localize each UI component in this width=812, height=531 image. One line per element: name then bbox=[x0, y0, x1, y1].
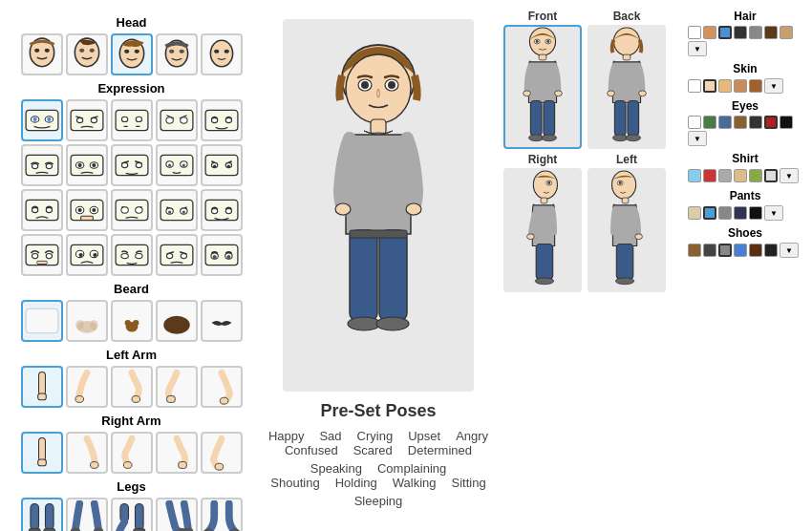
shirt-swatch-3[interactable] bbox=[718, 169, 732, 182]
left-view-box[interactable] bbox=[588, 168, 666, 292]
hair-swatch-5[interactable] bbox=[749, 26, 762, 39]
shoes-swatch-6[interactable] bbox=[764, 244, 778, 257]
right-arm-3[interactable] bbox=[111, 432, 153, 474]
beard-none[interactable] bbox=[21, 300, 63, 342]
expr-11[interactable] bbox=[21, 189, 63, 231]
hair-swatch-7[interactable] bbox=[780, 26, 793, 39]
head-option-4[interactable] bbox=[156, 33, 198, 75]
skin-dropdown[interactable]: ▼ bbox=[764, 78, 783, 94]
pose-shouting[interactable]: Shouting bbox=[270, 476, 319, 490]
pants-swatch-1[interactable] bbox=[688, 206, 701, 220]
expr-4[interactable] bbox=[156, 99, 198, 141]
head-option-5[interactable] bbox=[201, 33, 243, 75]
pants-dropdown[interactable]: ▼ bbox=[764, 205, 783, 221]
eyes-swatch-5[interactable] bbox=[749, 116, 762, 129]
pose-confused[interactable]: Confused bbox=[285, 443, 338, 457]
pants-swatch-2[interactable] bbox=[703, 206, 716, 220]
eyes-swatch-6[interactable] bbox=[764, 116, 778, 129]
shirt-swatch-1[interactable] bbox=[688, 169, 701, 182]
pose-sad[interactable]: Sad bbox=[319, 429, 341, 443]
expr-7[interactable] bbox=[66, 144, 108, 186]
eyes-swatch-1[interactable] bbox=[688, 116, 701, 129]
right-view-box[interactable] bbox=[503, 168, 582, 292]
expr-6[interactable] bbox=[21, 144, 63, 186]
beard-goatee[interactable] bbox=[111, 300, 153, 342]
hair-swatch-4[interactable] bbox=[734, 26, 747, 39]
shoes-swatch-5[interactable] bbox=[749, 244, 762, 257]
pose-walking[interactable]: Walking bbox=[393, 476, 437, 490]
shoes-swatch-4[interactable] bbox=[734, 244, 747, 257]
shoes-swatch-1[interactable] bbox=[688, 244, 701, 257]
shirt-swatch-2[interactable] bbox=[703, 169, 716, 182]
shirt-swatch-6[interactable] bbox=[764, 169, 778, 182]
skin-swatch-3[interactable] bbox=[718, 79, 732, 93]
legs-2[interactable] bbox=[66, 498, 108, 531]
right-arm-1[interactable] bbox=[21, 432, 63, 474]
expr-8[interactable] bbox=[111, 144, 153, 186]
head-option-2[interactable] bbox=[66, 33, 108, 75]
pose-sitting[interactable]: Sitting bbox=[452, 476, 486, 490]
expr-19[interactable] bbox=[156, 234, 198, 276]
expr-3[interactable] bbox=[111, 99, 153, 141]
expr-20[interactable] bbox=[201, 234, 243, 276]
skin-swatch-4[interactable] bbox=[734, 79, 747, 93]
pose-angry[interactable]: Angry bbox=[456, 429, 488, 443]
left-arm-5[interactable] bbox=[201, 366, 243, 408]
pose-crying[interactable]: Crying bbox=[357, 429, 394, 443]
expr-1[interactable] bbox=[21, 99, 63, 141]
shirt-swatch-5[interactable] bbox=[749, 169, 762, 182]
expr-2[interactable] bbox=[66, 99, 108, 141]
right-arm-5[interactable] bbox=[201, 432, 243, 474]
front-view-box[interactable] bbox=[503, 25, 582, 149]
hair-swatch-1[interactable] bbox=[688, 26, 701, 39]
shirt-swatch-4[interactable] bbox=[734, 169, 747, 182]
head-option-1[interactable] bbox=[21, 33, 63, 75]
head-option-3[interactable] bbox=[111, 33, 153, 75]
pose-holding[interactable]: Holding bbox=[335, 476, 377, 490]
skin-swatch-1[interactable] bbox=[688, 79, 701, 93]
hair-swatch-3[interactable] bbox=[718, 26, 732, 39]
expr-16[interactable] bbox=[21, 234, 63, 276]
skin-swatch-2[interactable] bbox=[703, 79, 716, 93]
legs-5[interactable] bbox=[201, 498, 243, 531]
pose-scared[interactable]: Scared bbox=[353, 443, 393, 457]
right-arm-2[interactable] bbox=[66, 432, 108, 474]
skin-swatch-5[interactable] bbox=[749, 79, 762, 93]
pose-sleeping[interactable]: Sleeping bbox=[354, 494, 403, 508]
legs-4[interactable] bbox=[156, 498, 198, 531]
eyes-swatch-3[interactable] bbox=[718, 116, 732, 129]
pants-swatch-3[interactable] bbox=[718, 206, 732, 220]
eyes-dropdown[interactable]: ▼ bbox=[688, 131, 707, 146]
pose-happy[interactable]: Happy bbox=[268, 429, 305, 443]
beard-full[interactable] bbox=[156, 300, 198, 342]
expr-15[interactable] bbox=[201, 189, 243, 231]
pants-swatch-5[interactable] bbox=[749, 206, 762, 220]
shoes-dropdown[interactable]: ▼ bbox=[780, 243, 799, 258]
eyes-swatch-4[interactable] bbox=[734, 116, 747, 129]
expr-14[interactable] bbox=[156, 189, 198, 231]
hair-swatch-6[interactable] bbox=[764, 26, 778, 39]
expr-5[interactable] bbox=[201, 99, 243, 141]
legs-3[interactable] bbox=[111, 498, 153, 531]
hair-swatch-2[interactable] bbox=[703, 26, 716, 39]
expr-9[interactable] bbox=[156, 144, 198, 186]
eyes-swatch-2[interactable] bbox=[703, 116, 716, 129]
left-arm-3[interactable] bbox=[111, 366, 153, 408]
left-arm-4[interactable] bbox=[156, 366, 198, 408]
legs-1[interactable] bbox=[21, 498, 63, 531]
pose-upset[interactable]: Upset bbox=[408, 429, 440, 443]
hair-dropdown[interactable]: ▼ bbox=[688, 41, 707, 56]
pants-swatch-4[interactable] bbox=[734, 206, 747, 220]
beard-light[interactable] bbox=[66, 300, 108, 342]
pose-speaking[interactable]: Speaking bbox=[310, 461, 362, 476]
pose-complaining[interactable]: Complaining bbox=[377, 461, 446, 476]
expr-17[interactable] bbox=[66, 234, 108, 276]
beard-mustache[interactable] bbox=[201, 300, 243, 342]
left-arm-2[interactable] bbox=[66, 366, 108, 408]
left-arm-1[interactable] bbox=[21, 366, 63, 408]
shoes-swatch-2[interactable] bbox=[703, 244, 716, 257]
eyes-swatch-7[interactable] bbox=[780, 116, 793, 129]
shoes-swatch-3[interactable] bbox=[718, 244, 732, 257]
expr-12[interactable] bbox=[66, 189, 108, 231]
expr-10[interactable] bbox=[201, 144, 243, 186]
